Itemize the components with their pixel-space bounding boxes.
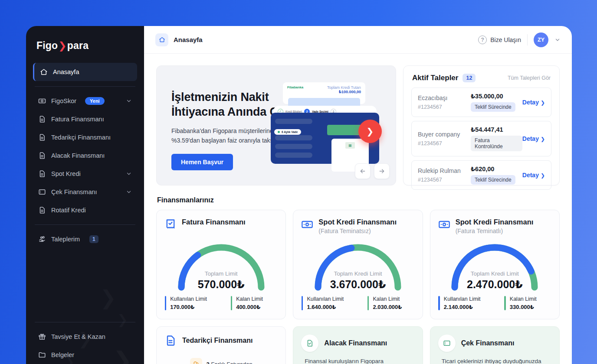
legend-used-limit: Kullanılan Limit 1.640.000₺ [302,296,348,310]
request-company: Buyer company [418,131,469,138]
sidebar-item-cek-finansmani[interactable]: Çek Finansmanı [33,183,137,201]
breadcrumb-home-icon[interactable] [155,33,168,46]
gauge-center-label: Toplam Kredi Limit [448,270,541,277]
chevron-down-icon [126,171,132,177]
home-icon [40,68,48,76]
apply-now-button[interactable]: Hemen Başvur [171,154,233,170]
card-title: Alacak Finansmanı [324,339,387,347]
sidebar-item-figoskor[interactable]: FigoSkor Yeni [33,92,137,110]
sidebar-item-fatura-finansmani[interactable]: Fatura Finansmanı [33,110,137,128]
avatar[interactable]: ZY [534,32,548,47]
request-row: Rulekip Rulman #1234567 ₺620,00 Teklif S… [411,160,551,190]
gauge-total-value: 2.470.000₺ [448,278,541,291]
chevron-right-icon: ❯ [541,136,545,142]
card-tedarikci-finansmani[interactable]: Tedarikçi Finansmanı 2 Farklı Faturadan [156,326,286,364]
gauge-card-fatura-finansmani: Fatura Finansmanı Toplam Limit 570.000₺ [156,210,286,319]
document-icon [38,170,46,178]
sidebar-item-taleplerim[interactable]: Taleplerim 1 [33,230,137,248]
card-title: Çek Finansmanı [461,339,515,347]
request-ref: #1234567 [418,177,469,183]
gauge-chart: Toplam Limit 570.000₺ [174,240,268,291]
sidebar-item-rotatif-kredi[interactable]: Rotatif Kredi [33,201,137,219]
request-ref: #1234567 [418,140,469,146]
banner-illustration: Fibabanka Toplam Kredi Tutarı ₺100.000,0… [271,77,379,168]
taleplerim-count-badge: 1 [89,235,98,243]
card-description: Finansal kuruluşların Figopara müşterile… [305,357,413,364]
receipt-check-icon [164,218,177,231]
detail-link[interactable]: Detay❯ [522,135,545,142]
legend-remaining-limit: Kalan Limit 2.030.000₺ [367,296,414,310]
document-icon [164,335,177,347]
request-amount: ₺54.447,41 [471,126,522,133]
arrow-right-icon [378,168,385,175]
product-cards: Tedarikçi Finansmanı 2 Farklı Faturadan … [156,326,560,364]
chevron-right-icon: ❯ [541,100,545,106]
card-cek-finansmani[interactable]: Çek Finansmanı Ticari çeklerinizi ihtiya… [430,326,560,364]
status-badge: Teklif Sürecinde [471,175,515,185]
gauge-total-value: 3.670.000₺ [311,278,405,291]
help-icon: ? [478,36,487,44]
gauge-total-value: 570.000₺ [174,278,268,291]
financing-gauge-cards: Fatura Finansmanı Toplam Limit 570.000₺ [156,210,560,319]
legend-used-limit: Kullanılan Limit 2.140.000₺ [438,296,485,310]
promo-banner: İşletmenizin Nakit İhtiyacına Anında Çöz… [156,65,396,185]
legend-remaining-limit: Kalan Limit 400.000₺ [231,296,278,310]
sidebar-divider [35,322,135,322]
banner-carousel-nav [355,163,390,179]
gauge-title: Spot Kredi Finansmanı [318,218,397,226]
folder-icon [38,351,46,359]
banknote-icon [301,218,313,231]
active-requests-title: Aktif Talepler [412,74,458,82]
breadcrumb: Anasayfa [174,36,203,43]
request-amount: ₺35.000,00 [471,93,522,100]
gauge-chart: Toplam Kredi Limit 2.470.000₺ [448,240,541,291]
detail-link[interactable]: Detay❯ [522,172,545,179]
sidebar-divider [35,86,135,87]
financing-section-title: Finansmanlarınız [157,196,559,204]
sidebar-item-alacak-finansmani[interactable]: Alacak Finansmanı [33,146,137,165]
request-amount: ₺620,00 [471,166,522,172]
gauge-card-spot-kredi-teminatsiz: Spot Kredi Finansmanı (Fatura Teminatsız… [293,210,423,319]
document-icon [38,115,46,123]
gauge-title: Spot Kredi Finansmanı [456,218,534,226]
carousel-prev-button[interactable] [355,163,371,179]
card-title: Tedarikçi Finansmanı [182,337,253,344]
detail-link[interactable]: Detay❯ [522,99,545,106]
chevron-right-icon: ❯ [541,172,545,179]
see-all-requests-link[interactable]: Tüm Talepleri Gör [508,75,551,81]
card-description: Ticari çeklerinizi ihtiyaç duyduğunuzda … [442,357,551,364]
sidebar-item-belgeler[interactable]: Belgeler [33,346,137,364]
coins-icon [190,358,202,364]
legend-remaining-limit: Kalan Limit 330.000₺ [504,296,551,310]
gauge-card-spot-kredi-teminatli: Spot Kredi Finansmanı (Fatura Teminatlı)… [430,210,560,319]
active-requests-count-badge: 12 [463,74,476,82]
sidebar-footer: Tavsiye Et & Kazan Belgeler [33,317,137,364]
document-icon [38,133,46,141]
document-check-icon [301,335,318,352]
document-icon [38,152,46,159]
carousel-next-fab[interactable]: ❯ [358,120,382,143]
sidebar-item-tavsiye-et-kazan[interactable]: Tavsiye Et & Kazan [33,328,137,346]
gauge-center-label: Toplam Limit [174,270,268,277]
topbar: Anasayfa ? Bize Ulaşın ZY [144,26,572,54]
card-alacak-finansmani[interactable]: Alacak Finansmanı Finansal kuruluşların … [293,326,423,364]
hand-coins-icon [38,235,46,243]
carousel-next-button[interactable] [374,163,390,179]
request-row: Eczacıbaşı #1234567 ₺35.000,00 Teklif Sü… [411,88,551,117]
arrow-left-icon [359,168,366,175]
yeni-badge: Yeni [85,97,105,105]
contact-us-button[interactable]: ? Bize Ulaşın [478,36,521,44]
gift-icon [38,333,46,341]
image-icon: ▦ [345,142,355,149]
sidebar-item-anasayfa[interactable]: Anasayfa [33,63,137,81]
figopara-logo: Figo❯para [36,40,134,52]
cheque-icon [38,188,46,196]
request-company: Eczacıbaşı [418,94,469,101]
sidebar-item-spot-kredi[interactable]: Spot Kredi [33,165,137,183]
status-badge: Fatura Kontrolünde [471,136,522,151]
sidebar-item-tedarikci-finansmani[interactable]: Tedarikçi Finansmanı [33,128,137,146]
chevron-down-icon[interactable] [554,37,561,43]
banknote-icon [38,97,46,105]
gauge-chart: Toplam Kredi Limit 3.670.000₺ [311,240,405,291]
legend-used-limit: Kullanılan Limit 170.000₺ [165,296,212,310]
